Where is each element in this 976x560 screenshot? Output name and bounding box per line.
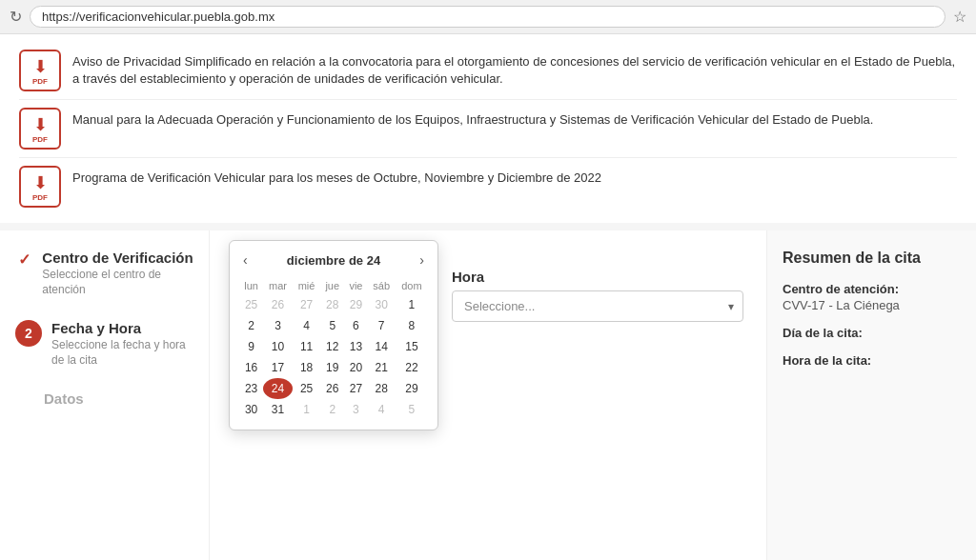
calendar-day-cell[interactable]: 7 [368,315,396,336]
calendar-day-cell[interactable]: 8 [396,315,428,336]
pdf-label-2: PDF [32,135,48,144]
calendar-day-cell[interactable]: 2 [320,399,344,420]
calendar-day-cell[interactable]: 29 [344,294,367,315]
page-content: ⬇ PDF Aviso de Privacidad Simplificado e… [0,34,976,560]
datos-check [15,390,34,410]
url-bar[interactable]: https://verificacionvehicular.puebla.gob… [30,6,946,28]
summary-field-centro: Centro de atención: CVV-17 - La Ciénega [783,282,961,312]
calendar-day-cell[interactable]: 4 [368,399,396,420]
pdf-icon-2: ⬇ PDF [19,108,61,150]
calendar-day-cell[interactable]: 17 [263,357,293,378]
calendar-day-cell[interactable]: 18 [293,357,320,378]
calendar-day-cell[interactable]: 27 [293,294,320,315]
doc-item-1[interactable]: ⬇ PDF Aviso de Privacidad Simplificado e… [19,42,957,100]
hora-select-wrapper[interactable]: Seleccione... ▾ [452,290,743,322]
cal-day-jue: jue [320,277,344,294]
calendar-day-cell[interactable]: 3 [344,399,367,420]
calendar-day-cell[interactable]: 3 [263,315,293,336]
doc-text-2: Manual para la Adecuada Operación y Func… [72,108,873,129]
download-arrow-icon: ⬇ [33,56,48,77]
calendar-day-cell[interactable]: 27 [344,378,367,399]
calendar-day-cell[interactable]: 1 [293,399,320,420]
calendar-day-cell[interactable]: 25 [293,378,320,399]
pdf-label: PDF [32,77,48,86]
calendar-day-cell[interactable]: 24 [263,378,293,399]
doc-text-3: Programa de Verificación Vehicular para … [72,166,601,187]
calendar-overlay: ‹ diciembre de 24 › lun mar mié jue vie … [229,240,438,430]
calendar-day-cell[interactable]: 1 [396,294,428,315]
calendar-day-cell[interactable]: 15 [396,336,428,357]
calendar-grid: lun mar mié jue vie sáb dom 252627282930… [239,277,428,420]
calendar-day-cell[interactable]: 16 [239,357,263,378]
calendar-day-cell[interactable]: 26 [320,378,344,399]
calendar-day-cell[interactable]: 10 [263,336,293,357]
download-arrow-icon-3: ⬇ [33,172,48,193]
sidebar-item-fecha: 2 Fecha y Hora Seleccione la fecha y hor… [15,320,193,368]
calendar-day-cell[interactable]: 20 [344,357,367,378]
form-area: ‹ diciembre de 24 › lun mar mié jue vie … [210,230,766,560]
calendar-header-row: lun mar mié jue vie sáb dom [239,277,428,294]
refresh-icon[interactable]: ↻ [10,8,22,26]
summary-value-centro: CVV-17 - La Ciénega [783,298,961,312]
cal-day-sab: sáb [368,277,396,294]
calendar-week-row: 9101112131415 [239,336,428,357]
calendar-week-row: 16171819202122 [239,357,428,378]
calendar-day-cell[interactable]: 13 [344,336,367,357]
document-list: ⬇ PDF Aviso de Privacidad Simplificado e… [0,34,976,223]
calendar-day-cell[interactable]: 19 [320,357,344,378]
calendar-week-row: 2526272829301 [239,294,428,315]
calendar-day-cell[interactable]: 28 [320,294,344,315]
calendar-day-cell[interactable]: 12 [320,336,344,357]
calendar-prev-button[interactable]: ‹ [239,250,252,270]
fecha-subtitle: Seleccione la fecha y hora de la cita [51,338,193,368]
calendar-day-cell[interactable]: 14 [368,336,396,357]
doc-item-2[interactable]: ⬇ PDF Manual para la Adecuada Operación … [19,100,957,158]
check-container: ✓ [15,250,32,269]
cal-day-dom: dom [396,277,428,294]
calendar-title: diciembre de 24 [287,253,380,268]
calendar-day-cell[interactable]: 5 [320,315,344,336]
calendar-week-row: 303112345 [239,399,428,420]
calendar-day-cell[interactable]: 30 [368,294,396,315]
calendar-day-cell[interactable]: 2 [239,315,263,336]
cal-day-mie: mié [293,277,320,294]
summary-panel: Resumen de la cita Centro de atención: C… [766,230,976,560]
calendar-day-cell[interactable]: 26 [263,294,293,315]
summary-field-hora: Hora de la cita: [783,353,961,368]
calendar-next-button[interactable]: › [416,250,428,270]
sidebar: ✓ Centro de Verificación Seleccione el c… [0,230,210,560]
calendar-day-cell[interactable]: 23 [239,378,263,399]
calendar-day-cell[interactable]: 29 [396,378,428,399]
calendar-day-cell[interactable]: 11 [293,336,320,357]
calendar-body: 2526272829301234567891011121314151617181… [239,294,428,420]
centro-subtitle: Seleccione el centro de atención [42,268,193,297]
pdf-icon-1: ⬇ PDF [19,50,61,91]
datos-content: Datos [44,390,84,407]
calendar-header: ‹ diciembre de 24 › [239,250,428,270]
summary-title: Resumen de la cita [783,250,961,267]
hora-section: Hora Seleccione... ▾ [452,269,743,322]
download-arrow-icon-2: ⬇ [33,114,48,135]
hora-select[interactable]: Seleccione... [452,290,743,322]
calendar-day-cell[interactable]: 5 [396,399,428,420]
calendar-day-cell[interactable]: 25 [239,294,263,315]
doc-text-1: Aviso de Privacidad Simplificado en rela… [72,50,957,88]
calendar-day-cell[interactable]: 30 [239,399,263,420]
calendar-day-cell[interactable]: 6 [344,315,367,336]
calendar-day-cell[interactable]: 4 [293,315,320,336]
calendar-day-cell[interactable]: 31 [263,399,293,420]
doc-item-3[interactable]: ⬇ PDF Programa de Verificación Vehicular… [19,158,957,215]
main-layout: ✓ Centro de Verificación Seleccione el c… [0,230,976,560]
cal-day-mar: mar [263,277,293,294]
sidebar-item-datos: Datos [15,390,193,410]
hora-label: Hora [452,269,743,285]
pdf-icon-3: ⬇ PDF [19,166,61,208]
calendar-day-cell[interactable]: 21 [368,357,396,378]
star-icon[interactable]: ☆ [953,8,966,26]
step-number-2: 2 [15,320,42,347]
calendar-day-cell[interactable]: 28 [368,378,396,399]
summary-label-hora: Hora de la cita: [783,353,961,368]
calendar-day-cell[interactable]: 9 [239,336,263,357]
calendar-day-cell[interactable]: 22 [396,357,428,378]
cal-day-lun: lun [239,277,263,294]
